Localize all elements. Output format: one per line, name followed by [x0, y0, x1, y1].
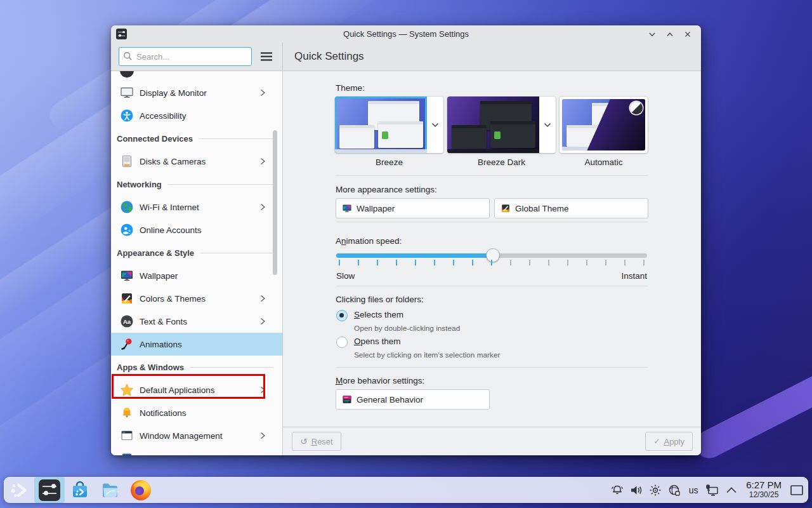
reset-button-label: Reset	[311, 437, 333, 446]
sidebar-item-wallpaper[interactable]: Wallpaper	[111, 264, 282, 287]
breeze-dropdown-button[interactable]	[427, 97, 443, 153]
sidebar-item-online-accounts[interactable]: Online Accounts	[111, 218, 282, 241]
chevron-right-icon	[258, 88, 267, 97]
wired-network-icon[interactable]	[703, 477, 722, 503]
app-launcher-button[interactable]	[4, 477, 34, 503]
section-separator	[336, 222, 648, 222]
folder-icon	[100, 480, 121, 500]
radio-selects-them[interactable]	[336, 310, 348, 321]
slider-tick	[624, 260, 625, 265]
sidebar-item-accessibility[interactable]: Accessibility	[111, 104, 282, 127]
sidebar-item-display-monitor[interactable]: Display & Monitor	[111, 81, 282, 104]
section-label: Apps & Windows	[117, 363, 184, 372]
disk-icon	[120, 154, 134, 168]
section-divider	[199, 138, 273, 139]
brightness-icon[interactable]	[646, 477, 665, 503]
breeze-preview	[335, 97, 427, 153]
quick-settings-content: Theme:	[283, 71, 701, 427]
reset-button[interactable]: ↺ Reset	[292, 432, 341, 451]
sidebar-item-label: Wi-Fi & Internet	[140, 203, 199, 212]
expand-tray-icon[interactable]	[722, 477, 741, 503]
slider-tick	[529, 260, 530, 265]
breeze-dark-dropdown-button[interactable]	[539, 97, 556, 153]
fonts-icon: Aa	[120, 314, 134, 328]
sidebar-item-label: Wallpaper	[140, 271, 178, 281]
sidebar-item-default-applications[interactable]: Default Applications	[111, 378, 282, 401]
show-desktop-button[interactable]	[788, 477, 806, 503]
sidebar-item-wi-fi-internet[interactable]: Wi-Fi & Internet	[111, 196, 282, 218]
slider-tick	[396, 260, 397, 265]
notifications-icon[interactable]	[608, 477, 627, 503]
search-box	[119, 47, 252, 66]
chevron-right-icon	[258, 431, 267, 440]
theme-option-breeze-dark[interactable]	[447, 97, 556, 153]
sidebar-item-animations[interactable]: Animations	[111, 333, 282, 356]
theme-option-automatic[interactable]	[560, 97, 648, 153]
selects-them-label[interactable]: Selects them	[354, 310, 403, 319]
taskbar: us 6:27 PM 12/30/25	[4, 477, 808, 503]
chevron-right-icon	[258, 157, 267, 166]
sidebar-item-disks-cameras[interactable]: Disks & Cameras	[111, 150, 282, 173]
wallpaper-button[interactable]: Wallpaper	[336, 198, 490, 218]
opens-them-label[interactable]: Opens them	[354, 337, 401, 346]
clicking-label: Clicking files or folders:	[336, 295, 424, 304]
system-settings-icon	[39, 479, 60, 501]
search-input[interactable]	[119, 47, 252, 66]
section-divider	[190, 367, 273, 368]
breeze-dark-preview	[447, 97, 539, 153]
taskbar-dolphin[interactable]	[95, 477, 126, 503]
discover-icon	[70, 480, 90, 500]
slider-ticks	[336, 260, 648, 266]
palette-icon	[120, 291, 134, 305]
sidebar-item-label: Disks & Cameras	[140, 157, 206, 166]
keyboard-layout-indicator[interactable]: us	[684, 485, 703, 495]
network-globe-icon[interactable]	[665, 477, 684, 503]
titlebar[interactable]: Quick Settings — System Settings	[111, 25, 701, 43]
minimize-button[interactable]	[645, 27, 659, 41]
check-icon: ✓	[653, 438, 660, 445]
sidebar-item-text-fonts[interactable]: AaText & Fonts	[111, 310, 282, 333]
system-tray: us 6:27 PM 12/30/25	[608, 477, 808, 503]
slider-tick	[434, 260, 435, 265]
sidebar-item-label: Default Applications	[140, 385, 215, 395]
chevron-right-icon	[258, 317, 267, 326]
window-title: Quick Settings — System Settings	[111, 29, 701, 39]
footer-bar: ↺ Reset ✓ Apply	[283, 427, 701, 455]
apply-button-label: Apply	[664, 437, 684, 446]
window-icon	[120, 429, 134, 443]
slider-tick	[510, 260, 511, 265]
theme-option-breeze[interactable]	[335, 97, 443, 153]
wallpaper-streak	[690, 314, 812, 463]
sidebar-item-window-management[interactable]: Window Management	[111, 424, 282, 447]
sidebar-item-notifications[interactable]: Notifications	[111, 401, 282, 424]
menu-button[interactable]	[258, 48, 275, 65]
volume-icon[interactable]	[627, 477, 646, 503]
sidebar-item-activities[interactable]: Activities	[111, 447, 282, 455]
slider-tick	[491, 260, 492, 265]
clock[interactable]: 6:27 PM 12/30/25	[741, 480, 788, 499]
taskbar-system-settings[interactable]	[34, 477, 65, 503]
theme-label: Theme:	[336, 83, 365, 93]
global-theme-button-label: Global Theme	[515, 204, 569, 213]
global-theme-button[interactable]: Global Theme	[494, 198, 648, 218]
sidebar-item-label: Window Management	[140, 431, 223, 441]
close-button[interactable]	[681, 27, 695, 41]
general-behavior-button[interactable]: General Behavior	[336, 389, 490, 410]
sidebar-item-label: Activities	[140, 454, 173, 456]
taskbar-firefox[interactable]	[126, 477, 156, 503]
section-label: Connected Devices	[117, 134, 193, 144]
theme-name-automatic: Automatic	[560, 157, 648, 167]
apply-button[interactable]: ✓ Apply	[645, 432, 693, 451]
chevron-right-icon	[258, 294, 267, 303]
slider-tick	[415, 260, 416, 265]
general-behavior-icon	[342, 394, 352, 404]
sidebar-scrollbar[interactable]	[273, 130, 277, 275]
animations-icon	[120, 337, 134, 351]
sidebar-item-partial[interactable]	[111, 71, 282, 81]
sidebar-item-colors-themes[interactable]: Colors & Themes	[111, 287, 282, 310]
slider-tick	[586, 260, 587, 265]
sidebar-item-label: Animations	[140, 340, 182, 349]
radio-opens-them[interactable]	[336, 337, 348, 348]
maximize-button[interactable]	[663, 27, 677, 41]
taskbar-discover[interactable]	[65, 477, 95, 503]
